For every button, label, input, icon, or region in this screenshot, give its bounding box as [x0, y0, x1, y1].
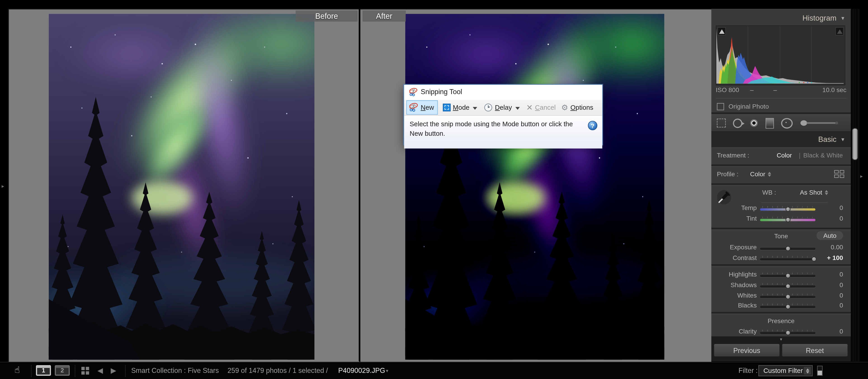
- previous-photo-icon[interactable]: ◀: [97, 366, 103, 375]
- presence-header-row: Presence: [711, 317, 851, 327]
- profile-updown-icon: [768, 172, 772, 176]
- tint-slider[interactable]: [760, 219, 815, 221]
- current-filename[interactable]: P4090029.JPG: [338, 362, 385, 379]
- tool-strip: [711, 114, 851, 132]
- contrast-slider-row: Contrast + 100: [711, 254, 851, 264]
- shadows-value: 0: [839, 282, 843, 288]
- snipping-tool-toolbar: New Mode Delay ✕ Cancel ⚙ Opt: [404, 100, 602, 116]
- tint-slider-thumb[interactable]: [785, 217, 790, 222]
- histogram-header[interactable]: Histogram ▼: [802, 14, 845, 22]
- mode-button[interactable]: Mode: [440, 101, 481, 114]
- next-photo-icon[interactable]: ▶: [111, 366, 116, 375]
- delay-button[interactable]: Delay: [481, 101, 524, 114]
- shadow-clipping-indicator[interactable]: [717, 27, 726, 35]
- delay-dropdown-icon: [515, 107, 520, 109]
- basic-header[interactable]: Basic ▼: [818, 135, 845, 144]
- profile-select[interactable]: Color: [750, 171, 771, 177]
- cancel-x-icon: ✕: [526, 104, 533, 111]
- profile-browser-icon[interactable]: [834, 170, 844, 178]
- filter-toggle-switch[interactable]: [817, 366, 823, 376]
- tint-value: 0: [839, 215, 843, 222]
- crop-tool-icon[interactable]: [717, 119, 725, 127]
- reset-button[interactable]: Reset: [782, 344, 848, 357]
- whites-slider-thumb[interactable]: [785, 294, 790, 299]
- snipping-tool-titlebar[interactable]: Snipping Tool: [404, 85, 602, 100]
- help-icon[interactable]: ?: [588, 121, 597, 130]
- temp-slider-thumb[interactable]: [785, 207, 790, 211]
- contrast-label: Contrast: [711, 254, 757, 261]
- graduated-filter-tool-icon[interactable]: [766, 118, 774, 128]
- filter-value: Custom Filter: [763, 367, 803, 375]
- contrast-slider-thumb[interactable]: [811, 257, 816, 262]
- histogram-divider: [716, 98, 846, 98]
- second-window-button[interactable]: 2: [55, 365, 70, 376]
- adjustment-brush-tool-icon[interactable]: [800, 119, 839, 127]
- mode-icon: [443, 104, 451, 111]
- main-window-button[interactable]: 1: [36, 365, 51, 376]
- filter-spinner-icon[interactable]: [804, 367, 811, 375]
- filename-caret-icon[interactable]: ▾: [386, 362, 388, 379]
- panel-scrollbar[interactable]: [852, 128, 858, 160]
- mode-label: Mode: [453, 104, 469, 111]
- shadows-slider[interactable]: [760, 285, 815, 288]
- options-button[interactable]: ⚙ Options: [559, 101, 596, 114]
- filter-dropdown[interactable]: Custom Filter: [758, 365, 813, 376]
- toolbar-filmstrip-bar: ☝ 1 2 ◀ ▶ Smart Collection : Five Stars …: [0, 362, 868, 379]
- shadows-slider-thumb[interactable]: [785, 284, 790, 289]
- red-eye-tool-icon[interactable]: [749, 119, 758, 127]
- exposure-slider-thumb[interactable]: [785, 246, 790, 251]
- new-scissors-icon: [408, 103, 418, 113]
- pane-divider: [359, 9, 360, 361]
- temp-slider[interactable]: [760, 208, 815, 211]
- wb-updown-icon: [825, 190, 829, 195]
- after-photo[interactable]: [405, 14, 664, 359]
- previous-button[interactable]: Previous: [714, 344, 780, 357]
- right-panel-collapse-icon[interactable]: ▸: [860, 174, 863, 179]
- highlights-slider[interactable]: [760, 275, 815, 277]
- original-photo-row[interactable]: Original Photo: [717, 101, 769, 111]
- clarity-label: Clarity: [711, 328, 757, 334]
- panel-resize-ridge[interactable]: [851, 9, 859, 361]
- separator: [125, 365, 125, 377]
- clarity-slider[interactable]: [760, 332, 815, 334]
- new-button[interactable]: New: [406, 100, 438, 115]
- histogram-graph: [716, 26, 844, 84]
- auto-button[interactable]: Auto: [817, 231, 843, 240]
- delay-label: Delay: [495, 104, 512, 111]
- exposure-slider[interactable]: [760, 248, 815, 250]
- whites-slider[interactable]: [760, 296, 815, 298]
- lightroom-app: ▸ Before After Snipping Tool: [0, 0, 868, 379]
- panel-scroll-indicator-icon[interactable]: ▾: [711, 338, 851, 342]
- profile-label: Profile :: [717, 171, 739, 177]
- original-photo-label: Original Photo: [728, 103, 769, 110]
- whites-label: Whites: [711, 292, 757, 299]
- blacks-slider-thumb[interactable]: [785, 304, 790, 309]
- hand-tool-icon[interactable]: ☝: [14, 365, 20, 375]
- cancel-button[interactable]: ✕ Cancel: [524, 101, 559, 114]
- original-photo-checkbox[interactable]: [717, 103, 724, 110]
- clock-icon: [484, 103, 493, 112]
- collection-breadcrumb[interactable]: Smart Collection : Five Stars: [131, 362, 219, 379]
- snipping-tool-message: Select the snip mode using the Mode butt…: [404, 116, 602, 148]
- histogram-plot[interactable]: [716, 26, 845, 85]
- before-photo[interactable]: [49, 14, 315, 359]
- snipping-tool-dialog: Snipping Tool New Mode: [403, 84, 603, 145]
- panel-footer: ▾ Previous Reset: [711, 337, 851, 361]
- clarity-slider-thumb[interactable]: [785, 330, 790, 335]
- wb-row: WB : As Shot: [711, 189, 851, 199]
- grid-view-icon[interactable]: [81, 367, 89, 375]
- highlight-clipping-indicator[interactable]: [835, 27, 844, 35]
- highlights-slider-thumb[interactable]: [785, 273, 790, 278]
- cancel-label: Cancel: [535, 104, 556, 111]
- left-panel-reveal-icon[interactable]: ▸: [2, 184, 4, 189]
- wb-divider: [761, 202, 828, 203]
- before-pane: Before: [8, 9, 360, 362]
- contrast-slider[interactable]: [760, 258, 815, 260]
- treatment-color-option[interactable]: Color: [777, 152, 792, 158]
- treatment-bw-option[interactable]: Black & White: [803, 152, 843, 158]
- wb-select[interactable]: As Shot: [800, 189, 829, 196]
- spot-removal-tool-icon[interactable]: [733, 118, 742, 128]
- profile-row: Profile : Color: [711, 171, 851, 180]
- blacks-slider[interactable]: [760, 306, 815, 308]
- radial-filter-tool-icon[interactable]: [781, 118, 793, 128]
